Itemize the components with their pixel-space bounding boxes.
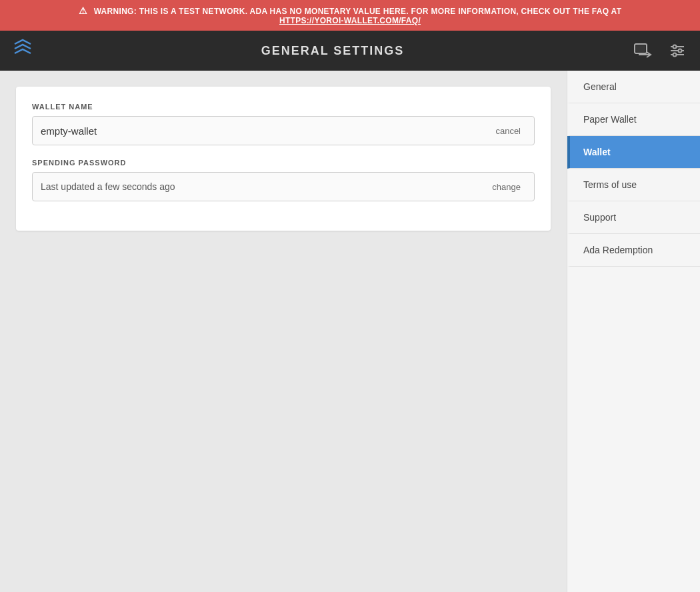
warning-banner: ⚠ WARNING: THIS IS A TEST NETWORK. ADA H…: [0, 0, 700, 31]
settings-card: WALLET NAME cancel SPENDING PASSWORD Las…: [16, 87, 551, 231]
wallet-name-group: WALLET NAME cancel: [32, 103, 535, 145]
main-content: WALLET NAME cancel SPENDING PASSWORD Las…: [0, 71, 700, 592]
settings-sidebar: GeneralPaper WalletWalletTerms of useSup…: [567, 71, 700, 592]
wallet-name-input[interactable]: [41, 125, 490, 137]
header-logo: [11, 37, 35, 65]
spending-password-status: Last updated a few seconds ago: [41, 181, 487, 192]
send-receive-button[interactable]: [631, 39, 655, 63]
spending-password-label: SPENDING PASSWORD: [32, 159, 535, 167]
svg-rect-1: [636, 45, 645, 52]
sidebar-item-terms-of-use[interactable]: Terms of use: [567, 169, 700, 201]
page-title: GENERAL SETTINGS: [35, 44, 631, 58]
change-password-button[interactable]: change: [487, 179, 526, 195]
warning-icon: ⚠: [79, 5, 87, 16]
header-actions: [631, 39, 689, 63]
svg-point-8: [673, 53, 677, 57]
yoroi-logo-icon: [11, 37, 35, 65]
sidebar-item-paper-wallet[interactable]: Paper Wallet: [567, 103, 700, 136]
settings-button[interactable]: [665, 39, 689, 63]
spending-password-row: Last updated a few seconds ago change: [32, 172, 535, 201]
header: GENERAL SETTINGS: [0, 31, 700, 71]
content-area: WALLET NAME cancel SPENDING PASSWORD Las…: [0, 71, 567, 592]
wallet-name-label: WALLET NAME: [32, 103, 535, 111]
cancel-button[interactable]: cancel: [490, 123, 526, 139]
wallet-name-input-row: cancel: [32, 116, 535, 145]
sidebar-item-wallet[interactable]: Wallet: [567, 136, 700, 169]
sidebar-item-ada-redemption[interactable]: Ada Redemption: [567, 234, 700, 267]
sidebar-item-general[interactable]: General: [567, 71, 700, 103]
sidebar-item-support[interactable]: Support: [567, 201, 700, 234]
svg-point-7: [679, 49, 682, 53]
svg-point-6: [673, 45, 677, 49]
warning-text-line1: WARNING: THIS IS A TEST NETWORK. ADA HAS…: [94, 7, 622, 16]
warning-link[interactable]: HTTPS://YOROI-WALLET.COM/FAQ/: [279, 16, 421, 25]
spending-password-group: SPENDING PASSWORD Last updated a few sec…: [32, 159, 535, 201]
